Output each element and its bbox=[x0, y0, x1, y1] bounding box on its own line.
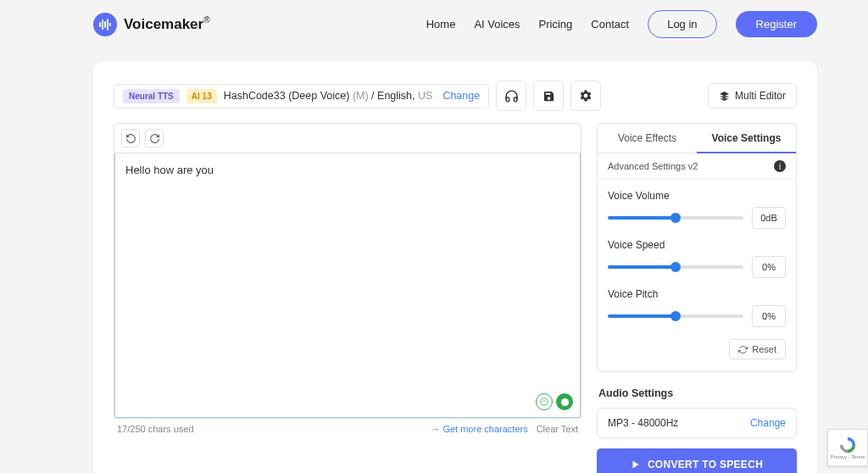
slider-label-pitch: Voice Pitch bbox=[608, 288, 786, 300]
slider-label-volume: Voice Volume bbox=[608, 190, 786, 202]
svg-rect-4 bbox=[109, 23, 111, 26]
clear-text-button[interactable]: Clear Text bbox=[537, 424, 578, 434]
brand-name: Voicemaker® bbox=[124, 15, 210, 33]
svg-marker-7 bbox=[632, 461, 638, 469]
voice-selector[interactable]: Neural TTS AI 13 HashCode33 (Deep Voice)… bbox=[114, 84, 489, 109]
audio-format-row: MP3 - 48000Hz Change bbox=[597, 408, 797, 438]
audio-format-value: MP3 - 48000Hz bbox=[608, 417, 678, 429]
voice-volume-slider[interactable] bbox=[608, 216, 743, 220]
logo[interactable]: Voicemaker® bbox=[93, 13, 210, 36]
recaptcha-icon bbox=[838, 436, 857, 454]
recaptcha-badge[interactable]: Privacy - Terms bbox=[827, 429, 868, 466]
play-icon bbox=[631, 459, 641, 470]
assistant-icon[interactable] bbox=[556, 393, 573, 410]
convert-to-speech-button[interactable]: CONVERT TO SPEECH bbox=[597, 448, 797, 473]
save-button[interactable] bbox=[533, 81, 564, 111]
nav-ai-voices[interactable]: AI Voices bbox=[474, 18, 520, 31]
voice-volume-value[interactable]: 0dB bbox=[752, 207, 786, 229]
badge-neural-tts: Neural TTS bbox=[123, 89, 180, 103]
change-audio-format-link[interactable]: Change bbox=[750, 417, 786, 429]
register-button[interactable]: Register bbox=[736, 11, 817, 37]
undo-button[interactable] bbox=[121, 129, 140, 147]
svg-rect-3 bbox=[107, 19, 108, 31]
grammar-icon[interactable] bbox=[536, 393, 553, 410]
reset-button[interactable]: Reset bbox=[729, 339, 786, 359]
logo-icon bbox=[93, 13, 117, 36]
editor-frame: Hello how are you bbox=[114, 123, 581, 419]
nav-pricing[interactable]: Pricing bbox=[539, 18, 573, 31]
login-button[interactable]: Log in bbox=[648, 10, 716, 38]
main-card: Neural TTS AI 13 HashCode33 (Deep Voice)… bbox=[93, 62, 817, 473]
svg-rect-1 bbox=[102, 19, 103, 30]
badge-ai: AI 13 bbox=[186, 89, 217, 103]
change-voice-link[interactable]: Change bbox=[442, 90, 480, 102]
get-more-characters-link[interactable]: → Get more characters bbox=[431, 424, 527, 434]
layers-icon bbox=[719, 91, 730, 102]
info-icon[interactable]: i bbox=[774, 160, 786, 172]
svg-point-6 bbox=[560, 398, 568, 405]
refresh-icon bbox=[738, 345, 748, 354]
svg-rect-2 bbox=[104, 21, 106, 28]
voice-speed-slider[interactable] bbox=[608, 265, 743, 269]
multi-editor-button[interactable]: Multi Editor bbox=[708, 83, 797, 109]
settings-gear-button[interactable] bbox=[570, 81, 601, 111]
redo-button[interactable] bbox=[145, 129, 164, 147]
char-count: 17/250 chars used bbox=[117, 424, 194, 434]
tab-voice-effects[interactable]: Voice Effects bbox=[598, 124, 697, 153]
text-input-area[interactable]: Hello how are you bbox=[114, 153, 581, 418]
advanced-settings-row[interactable]: Advanced Settings v2 i bbox=[598, 153, 796, 180]
voice-pitch-value[interactable]: 0% bbox=[752, 305, 786, 327]
voice-name-label: HashCode33 (Deep Voice) (M) / English, U… bbox=[224, 90, 433, 102]
slider-label-speed: Voice Speed bbox=[608, 239, 786, 251]
audio-settings-label: Audio Settings bbox=[598, 387, 797, 399]
voice-pitch-slider[interactable] bbox=[608, 314, 743, 318]
headphones-button[interactable] bbox=[496, 81, 526, 111]
nav-home[interactable]: Home bbox=[426, 18, 456, 31]
tab-voice-settings[interactable]: Voice Settings bbox=[697, 124, 796, 153]
voice-speed-value[interactable]: 0% bbox=[752, 256, 786, 278]
nav-contact[interactable]: Contact bbox=[591, 18, 629, 31]
voice-settings-panel: Voice Effects Voice Settings Advanced Se… bbox=[597, 123, 797, 372]
svg-rect-0 bbox=[99, 22, 101, 27]
